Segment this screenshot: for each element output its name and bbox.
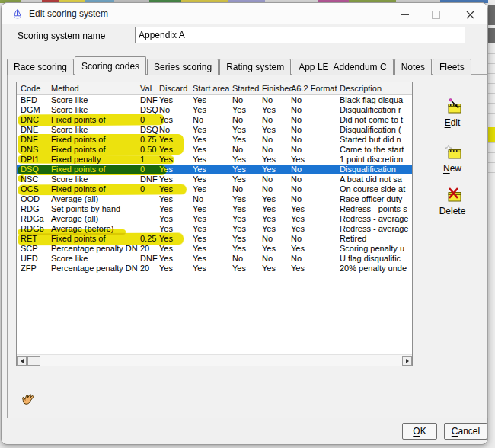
cell-a62: Yes (291, 155, 338, 165)
cell-finished: Yes (262, 204, 290, 214)
cell-val: DNF (140, 95, 160, 105)
cell-started: Yes (232, 264, 261, 274)
column-header-started[interactable]: Started (232, 82, 261, 95)
column-header-val[interactable]: Val (140, 82, 160, 95)
scrollbar-thumb[interactable] (27, 356, 40, 366)
window-title: Edit scoring system (29, 8, 108, 19)
cell-a62: Yes (291, 264, 338, 274)
scroll-right-button[interactable] (402, 356, 412, 366)
table-row-DGM[interactable]: DGMScore likeDSQNoYesYesYesNoDisqualific… (17, 105, 412, 115)
table-row-NSC[interactable]: NSCScore likeDNFYesYesYesNoNoA boat did … (17, 174, 412, 184)
cell-a62: No (291, 135, 338, 145)
cell-code: DGM (21, 105, 51, 115)
cell-val: 0.25 (140, 234, 160, 244)
column-header-finished[interactable]: Finishec (262, 82, 290, 95)
table-row-OCS[interactable]: OCSFixed points of0YesYesNoNoNoOn course… (17, 184, 412, 194)
delete-button[interactable]: Delete (434, 186, 471, 216)
cell-desc: A boat did not sa (340, 174, 410, 184)
maximize-button[interactable] (430, 9, 442, 20)
table-row-DNC[interactable]: DNCFixed points of0YesNoNoNoNoDid not co… (17, 115, 412, 125)
cell-finished: Yes (262, 224, 290, 234)
cell-start_area: Yes (193, 135, 231, 145)
cell-desc: Race officer duty (340, 194, 410, 204)
cell-code: OOD (21, 194, 51, 204)
cell-desc: Disqualification (340, 165, 410, 174)
cell-code: RET (21, 234, 51, 244)
cancel-button[interactable]: Cancel (444, 423, 487, 440)
background-cell (488, 5, 495, 25)
ok-button[interactable]: OK (402, 423, 437, 440)
tab-notes[interactable]: Notes (394, 59, 432, 75)
cell-val (140, 224, 160, 234)
tab-race-scoring[interactable]: Race scoring (7, 59, 74, 75)
cell-a62: No (291, 115, 338, 125)
cell-finished: No (262, 145, 290, 155)
table-row-RDG[interactable]: RDGSet points by handYesYesYesYesYesRedr… (17, 204, 412, 214)
cell-method: Score like (51, 95, 140, 105)
background-yellow-cell (488, 127, 495, 142)
table-row-ZFP[interactable]: ZFPPercentage penalty DN20YesYesYesYesYe… (17, 264, 412, 274)
scoring-system-name-input[interactable] (135, 27, 465, 43)
table-row-RDGb[interactable]: RDGbAverage (before)YesYesYesYesYesRedre… (17, 224, 412, 234)
table-row-BFD[interactable]: BFDScore likeDNFYesYesNoNoNoBlack flag d… (17, 95, 412, 105)
table-row-DPI1[interactable]: DPI1Fixed penalty1YesYesYesYesYes1 point… (17, 155, 412, 165)
cell-discard: Yes (159, 95, 191, 105)
cell-started: Yes (232, 234, 261, 244)
tab-fleets[interactable]: Fleets (433, 59, 471, 75)
cell-desc: Redress - average (340, 224, 410, 234)
table-row-SCP[interactable]: SCPPercentage penalty DN20YesYesYesYesYe… (17, 244, 412, 254)
column-header-start_area[interactable]: Start area (193, 82, 231, 95)
close-button[interactable] (464, 9, 476, 20)
column-header-a62[interactable]: A6.2 Format (291, 82, 338, 95)
horizontal-scrollbar[interactable] (17, 354, 412, 366)
cell-desc: On course side at (340, 184, 410, 194)
cell-method: Fixed points of (51, 184, 140, 194)
table-row-DSQ[interactable]: DSQFixed points of0YesYesYesYesNoDisqual… (17, 165, 412, 174)
table-row-DNE[interactable]: DNEScore likeDSQNoYesYesYesNoDisqualific… (17, 125, 412, 135)
cell-method: Score like (51, 105, 140, 115)
cell-start_area: Yes (193, 95, 231, 105)
cell-finished: No (262, 184, 290, 194)
tab-series-scoring[interactable]: Series scoring (147, 59, 219, 75)
cell-desc: Disqualification ( (340, 125, 410, 135)
cell-a62: No (291, 194, 338, 204)
tab-app-le-addendum-c[interactable]: App LE Addendum C (292, 59, 393, 75)
cell-started: Yes (232, 224, 261, 234)
cell-finished: Yes (262, 105, 290, 115)
cell-a62: No (291, 254, 338, 264)
cell-started: Yes (232, 165, 261, 174)
column-header-desc[interactable]: Description (340, 82, 410, 95)
column-header-discard[interactable]: Discard (159, 82, 191, 95)
new-button[interactable]: New (434, 144, 471, 174)
tab-scoring-codes[interactable]: Scoring codes (75, 56, 146, 75)
edit-note-icon (442, 98, 463, 115)
tab-rating-system[interactable]: Rating system (219, 59, 291, 75)
cell-finished: Yes (262, 194, 290, 204)
scroll-left-button[interactable] (17, 356, 27, 366)
background-grid-lines (488, 44, 495, 180)
background-app-grid (488, 0, 495, 448)
cell-desc: 20% penalty unde (340, 264, 410, 274)
edit-button[interactable]: Edit (434, 98, 471, 128)
cell-code: DNE (21, 125, 51, 135)
cell-a62: No (291, 105, 338, 115)
column-header-method[interactable]: Method (51, 82, 140, 95)
cell-start_area: Yes (193, 254, 231, 264)
cell-val: 20 (140, 264, 160, 274)
table-row-RET[interactable]: RETFixed points of0.25YesYesYesNoNoRetir… (17, 234, 412, 244)
table-row-OOD[interactable]: OODAverage (all)YesNoYesYesNoRace office… (17, 194, 412, 204)
table-row-RDGa[interactable]: RDGaAverage (all)YesYesYesYesYesRedress … (17, 214, 412, 224)
cell-finished: Yes (262, 214, 290, 224)
cell-a62: No (291, 95, 338, 105)
minimize-button[interactable] (399, 9, 411, 20)
table-row-DNF[interactable]: DNFFixed points of0.75YesYesYesNoNoStart… (17, 135, 412, 145)
cell-discard: Yes (159, 135, 191, 145)
cell-a62: No (291, 174, 338, 184)
table-row-DNS[interactable]: DNSFixed points of0.50YesYesNoNoNoCame t… (17, 145, 412, 155)
column-header-code[interactable]: Code (21, 82, 51, 95)
cell-start_area: No (193, 194, 231, 204)
cell-code: RDGa (21, 214, 51, 224)
table-row-UFD[interactable]: UFDScore likeDNFYesYesNoNoNoU flag disqu… (17, 254, 412, 264)
cell-code: RDGb (21, 224, 51, 234)
triangle-right-icon (406, 359, 411, 363)
